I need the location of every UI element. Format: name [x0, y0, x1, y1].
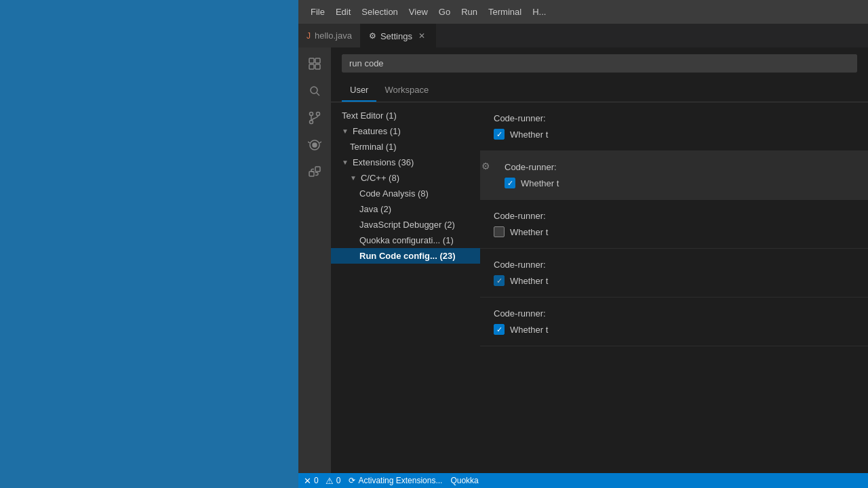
activating-icon: ⟳ [349, 476, 355, 485]
menu-run[interactable]: Run [456, 4, 483, 20]
tab-settings[interactable]: ⚙ Settings ✕ [361, 24, 436, 47]
extensions-collapse-icon: ▼ [342, 159, 349, 166]
settings-content: Code-runner: Whether t ⚙ Code-runner: [480, 102, 868, 473]
setting-3-desc: Whether t [510, 227, 548, 237]
search-input[interactable] [342, 54, 857, 73]
settings-panel: User Workspace Text Editor (1) ▼ Feature… [331, 47, 868, 473]
setting-row-3: Code-runner: Whether t [480, 200, 868, 249]
svg-line-5 [317, 93, 319, 96]
tab-settings-label: Settings [380, 31, 412, 41]
setting-1-checkbox[interactable] [494, 129, 505, 140]
menu-edit[interactable]: Edit [330, 4, 356, 20]
nav-terminal[interactable]: Terminal (1) [331, 139, 480, 155]
gear-icon[interactable]: ⚙ [481, 161, 490, 171]
status-errors[interactable]: ✕ 0 ⚠ 0 [304, 476, 340, 486]
setting-1-checkbox-row: Whether t [494, 129, 854, 140]
setting-row-5: Code-runner: Whether t [480, 298, 868, 346]
left-background-panel [0, 0, 298, 488]
setting-4-title: Code-runner: [494, 260, 854, 270]
settings-body: Text Editor (1) ▼ Features (1) Terminal … [331, 102, 868, 473]
settings-tab-close[interactable]: ✕ [416, 30, 427, 41]
status-bar: ✕ 0 ⚠ 0 ⟳ Activating Extensions... Quokk… [298, 473, 868, 488]
nav-code-analysis[interactable]: Code Analysis (8) [331, 186, 480, 201]
status-activating: ⟳ Activating Extensions... [349, 476, 442, 485]
activity-search[interactable] [304, 80, 326, 102]
nav-text-editor[interactable]: Text Editor (1) [331, 108, 480, 123]
svg-point-6 [310, 113, 313, 116]
status-extension[interactable]: Quokka [450, 476, 478, 485]
main-content: User Workspace Text Editor (1) ▼ Feature… [298, 47, 868, 473]
settings-icon: ⚙ [369, 31, 376, 41]
nav-js-debugger[interactable]: JavaScript Debugger (2) [331, 217, 480, 232]
svg-rect-0 [309, 58, 314, 63]
tab-hello-java[interactable]: J hello.java [298, 24, 361, 47]
svg-point-10 [313, 143, 317, 147]
activity-source-control[interactable] [304, 107, 326, 129]
svg-rect-3 [315, 64, 320, 69]
setting-4-checkbox[interactable] [494, 275, 505, 286]
nav-features[interactable]: ▼ Features (1) [331, 123, 480, 139]
setting-5-desc: Whether t [510, 325, 548, 335]
features-collapse-icon: ▼ [342, 127, 349, 135]
setting-4-desc: Whether t [510, 276, 548, 286]
svg-line-11 [308, 142, 310, 143]
svg-point-4 [311, 87, 317, 94]
tab-hello-java-label: hello.java [315, 30, 352, 41]
setting-2-desc: Whether t [521, 178, 559, 188]
svg-rect-1 [315, 58, 320, 63]
nav-quokka[interactable]: Quokka configurati... (1) [331, 232, 480, 248]
vscode-window: File Edit Selection View Go Run Terminal… [298, 0, 868, 488]
setting-row-2: ⚙ Code-runner: Whether t [480, 151, 868, 200]
search-bar [331, 47, 868, 79]
svg-rect-2 [309, 64, 314, 69]
setting-2-title: Code-runner: [494, 162, 854, 172]
setting-1-desc: Whether t [510, 129, 548, 140]
error-icon: ✕ [304, 476, 311, 486]
setting-2-checkbox-row: Whether t [494, 178, 854, 188]
activity-extensions[interactable] [304, 161, 326, 183]
activity-explorer[interactable] [304, 53, 326, 75]
nav-extensions[interactable]: ▼ Extensions (36) [331, 155, 480, 170]
setting-4-checkbox-row: Whether t [494, 275, 854, 286]
tab-workspace[interactable]: Workspace [376, 79, 437, 102]
svg-line-12 [319, 142, 321, 143]
setting-5-checkbox[interactable] [494, 324, 505, 335]
setting-3-checkbox[interactable] [494, 226, 505, 237]
tab-user[interactable]: User [342, 79, 376, 102]
menu-file[interactable]: File [305, 4, 330, 20]
menu-help[interactable]: H... [527, 4, 551, 20]
nav-java[interactable]: Java (2) [331, 201, 480, 217]
activity-debug[interactable] [304, 134, 326, 156]
svg-point-7 [317, 113, 320, 116]
setting-3-checkbox-row: Whether t [494, 226, 854, 237]
warning-count: 0 [336, 476, 341, 485]
svg-rect-14 [315, 167, 320, 171]
nav-run-code[interactable]: Run Code config... (23) [331, 248, 480, 264]
warning-icon: ⚠ [326, 476, 334, 486]
tab-bar: J hello.java ⚙ Settings ✕ [298, 24, 868, 47]
setting-3-title: Code-runner: [494, 211, 854, 221]
setting-5-title: Code-runner: [494, 308, 854, 319]
setting-row-1: Code-runner: Whether t [480, 102, 868, 151]
java-icon: J [307, 31, 311, 41]
error-count: 0 [314, 476, 319, 485]
setting-row-4: Code-runner: Whether t [480, 249, 868, 298]
settings-nav: Text Editor (1) ▼ Features (1) Terminal … [331, 102, 480, 473]
setting-1-title: Code-runner: [494, 113, 854, 123]
nav-cpp[interactable]: ▼ C/C++ (8) [331, 170, 480, 186]
cpp-collapse-icon: ▼ [350, 174, 357, 182]
settings-tabs: User Workspace [331, 79, 868, 102]
setting-5-checkbox-row: Whether t [494, 324, 854, 335]
menu-terminal[interactable]: Terminal [483, 4, 527, 20]
menu-view[interactable]: View [403, 4, 433, 20]
menu-selection[interactable]: Selection [356, 4, 403, 20]
setting-2-checkbox[interactable] [505, 178, 515, 188]
activating-label: Activating Extensions... [358, 476, 442, 485]
extension-label: Quokka [450, 476, 478, 485]
menu-go[interactable]: Go [433, 4, 456, 20]
menu-bar: File Edit Selection View Go Run Terminal… [298, 0, 868, 24]
activity-bar [298, 47, 331, 473]
